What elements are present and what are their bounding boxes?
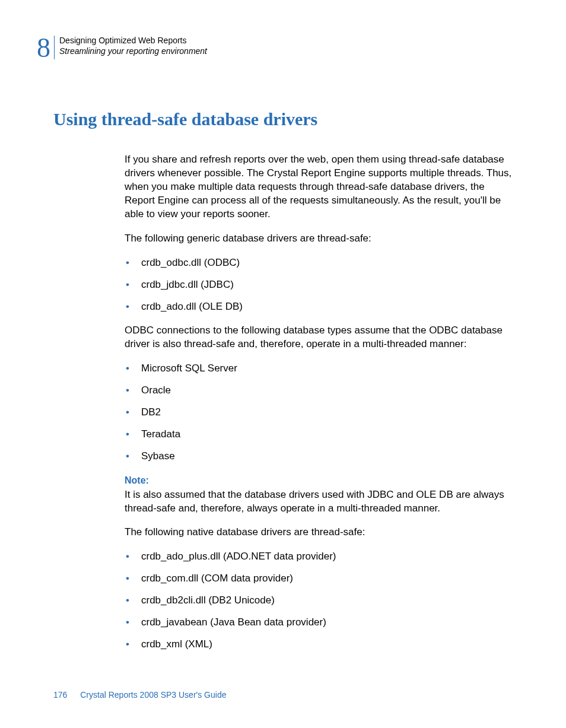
list-item: crdb_xml (XML) (125, 638, 513, 651)
list-item: crdb_db2cli.dll (DB2 Unicode) (125, 594, 513, 608)
list-item: crdb_ado.dll (OLE DB) (125, 300, 513, 314)
header-text-block: Designing Optimized Web Reports Streamli… (59, 34, 207, 56)
note-label: Note: (125, 474, 513, 487)
paragraph: The following native database drivers ar… (125, 526, 513, 539)
page-number: 176 (53, 690, 67, 700)
paragraph: ODBC connections to the following databa… (125, 324, 513, 351)
section-heading: Using thread-safe database drivers (53, 109, 513, 129)
chapter-title: Designing Optimized Web Reports (59, 35, 207, 46)
paragraph: The following generic database drivers a… (125, 232, 513, 246)
paragraph: If you share and refresh reports over th… (125, 153, 513, 221)
list-item: crdb_javabean (Java Bean data provider) (125, 616, 513, 630)
chapter-subtitle: Streamlining your reporting environment (59, 46, 207, 56)
body-content: If you share and refresh reports over th… (125, 153, 513, 651)
list-item: Teradata (125, 428, 513, 441)
list-item: crdb_ado_plus.dll (ADO.NET data provider… (125, 550, 513, 564)
bullet-list: crdb_ado_plus.dll (ADO.NET data provider… (125, 550, 513, 651)
list-item: crdb_com.dll (COM data provider) (125, 572, 513, 586)
list-item: crdb_jdbc.dll (JDBC) (125, 278, 513, 292)
doc-title: Crystal Reports 2008 SP3 User's Guide (80, 690, 226, 700)
page-footer: 176 Crystal Reports 2008 SP3 User's Guid… (53, 690, 226, 700)
page-header: 8 Designing Optimized Web Reports Stream… (37, 34, 513, 62)
bullet-list: Microsoft SQL Server Oracle DB2 Teradata… (125, 362, 513, 463)
note-text: It is also assumed that the database dri… (125, 488, 513, 516)
list-item: Sybase (125, 450, 513, 463)
chapter-number: 8 (37, 34, 50, 62)
list-item: Microsoft SQL Server (125, 362, 513, 376)
header-divider (54, 36, 55, 59)
list-item: DB2 (125, 406, 513, 419)
list-item: crdb_odbc.dll (ODBC) (125, 256, 513, 270)
bullet-list: crdb_odbc.dll (ODBC) crdb_jdbc.dll (JDBC… (125, 256, 513, 314)
list-item: Oracle (125, 384, 513, 398)
